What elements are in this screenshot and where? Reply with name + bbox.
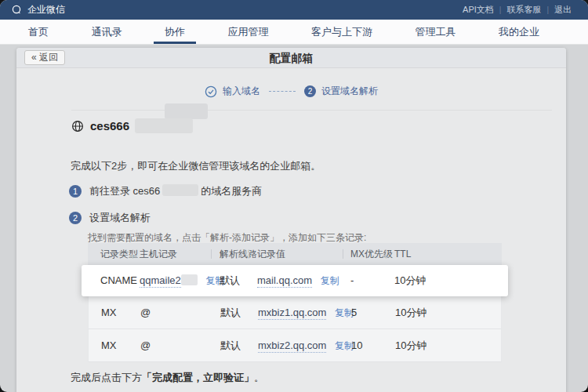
record-type: MX bbox=[101, 329, 117, 361]
record-value-cell: mxbiz2.qq.com 复制 bbox=[258, 329, 354, 362]
step1-text-before: 前往登录 ces66 bbox=[89, 185, 160, 197]
app-logo-text: 企业微信 bbox=[27, 3, 65, 16]
globe-icon bbox=[71, 119, 85, 133]
step2-title: 设置域名解析 bbox=[89, 211, 151, 225]
host-record-value: @ bbox=[140, 296, 151, 328]
step1-text: 前往登录 ces66的域名服务商 bbox=[89, 184, 262, 198]
instruction-step-2: 2 设置域名解析 bbox=[69, 211, 151, 225]
header-separator bbox=[343, 249, 343, 259]
completion-hint-text: 完成后点击下方 bbox=[71, 372, 142, 383]
mx-priority: - bbox=[350, 265, 354, 296]
intro-text: 完成以下2步，即可在企业微信管理该域名的企业邮箱。 bbox=[71, 159, 321, 173]
ttl-value: 10分钟 bbox=[394, 265, 426, 296]
record-value-cell: mail.qq.com 复制 bbox=[257, 265, 339, 296]
record-value[interactable]: mxbiz1.qq.com bbox=[258, 307, 326, 320]
config-mail-panel: « 返回 配置邮箱 输入域名 2 设置域名解析 bbox=[16, 48, 566, 392]
nav-tab-collaboration[interactable]: 协作 bbox=[154, 20, 196, 44]
header-separator bbox=[211, 249, 212, 259]
redacted-blur bbox=[162, 184, 198, 196]
redacted-blur bbox=[181, 274, 198, 285]
contact-support-link[interactable]: 联系客服 bbox=[501, 4, 546, 16]
step1-badge: 1 bbox=[69, 185, 82, 198]
api-docs-link[interactable]: API文档 bbox=[457, 4, 499, 16]
app-window: 企业微信 API文档 | 联系客服 | 退出 首页 通讯录 协作 应用管理 客户… bbox=[0, 0, 588, 392]
panel-header: « 返回 配置邮箱 bbox=[16, 48, 566, 68]
table-row-mx1: MX @ 默认 mxbiz1.qq.com 复制 5 10分钟 bbox=[88, 296, 502, 329]
record-value[interactable]: mxbiz2.qq.com bbox=[258, 339, 326, 353]
logout-link[interactable]: 退出 bbox=[549, 4, 577, 16]
nav-tab-contacts[interactable]: 通讯录 bbox=[81, 20, 133, 44]
host-record-value[interactable]: qqmaile2 bbox=[140, 274, 181, 288]
nav-tab-home[interactable]: 首页 bbox=[17, 20, 60, 44]
top-bar: 企业微信 API文档 | 联系客服 | 退出 bbox=[0, 0, 588, 20]
step2-label: 设置域名解析 bbox=[321, 85, 378, 98]
record-value-cell: mxbiz1.qq.com 复制 bbox=[258, 296, 354, 329]
record-type: MX bbox=[101, 296, 117, 328]
completion-hint: 完成后点击下方「完成配置，立即验证」。 bbox=[71, 371, 264, 385]
resolution-line: 默认 bbox=[220, 329, 241, 361]
record-type: CNAME bbox=[100, 265, 137, 296]
header-host-record: 主机记录 bbox=[140, 243, 177, 265]
completion-hint-bold: 「完成配置，立即验证」 bbox=[142, 372, 254, 383]
step1-check-icon bbox=[205, 85, 217, 98]
app-logo: 企业微信 bbox=[11, 3, 65, 16]
header-separator bbox=[132, 249, 133, 259]
step1-text-after: 的域名服务商 bbox=[201, 185, 262, 197]
header-separator bbox=[386, 249, 387, 259]
header-separator bbox=[249, 249, 249, 259]
main-nav: 首页 通讯录 协作 应用管理 客户与上下游 管理工具 我的企业 bbox=[0, 20, 588, 45]
header-record-value: 记录值 bbox=[257, 243, 285, 265]
domain-name: ces666 bbox=[90, 119, 129, 132]
topbar-links: API文档 | 联系客服 | 退出 bbox=[457, 4, 577, 16]
domain-heading: ces666 bbox=[71, 118, 193, 133]
nav-tab-my-company[interactable]: 我的企业 bbox=[488, 20, 550, 44]
redacted-blur bbox=[135, 118, 193, 133]
table-row-cname: CNAME qqmaile2 复制 默认 mail.qq.com 复制 - 10… bbox=[82, 265, 508, 296]
step2-number-badge: 2 bbox=[304, 85, 316, 97]
setup-stepper: 输入域名 2 设置域名解析 bbox=[16, 85, 566, 98]
host-record-value: @ bbox=[140, 329, 151, 361]
section-divider bbox=[71, 110, 552, 111]
header-line: 解析线路 bbox=[220, 243, 257, 265]
header-ttl: TTL bbox=[394, 243, 411, 265]
stepper-connector bbox=[269, 91, 296, 92]
nav-tab-app-management[interactable]: 应用管理 bbox=[217, 20, 280, 44]
step2-badge: 2 bbox=[69, 212, 82, 224]
mx-priority: 10 bbox=[351, 329, 362, 361]
mx-priority: 5 bbox=[351, 296, 357, 328]
resolution-line: 默认 bbox=[220, 265, 240, 296]
ttl-value: 10分钟 bbox=[395, 296, 426, 328]
dns-records-table: 记录类型 主机记录 解析线路 记录值 MX优先级 TTL CNAME qqmai… bbox=[88, 243, 502, 362]
table-row-mx2: MX @ 默认 mxbiz2.qq.com 复制 10 10分钟 bbox=[88, 329, 502, 362]
page-title: 配置邮箱 bbox=[16, 48, 566, 68]
host-record-cell: qqmaile2 复制 bbox=[140, 265, 224, 296]
redacted-blur bbox=[165, 103, 208, 119]
resolution-line: 默认 bbox=[220, 296, 241, 328]
table-header: 记录类型 主机记录 解析线路 记录值 MX优先级 TTL bbox=[88, 243, 502, 265]
ttl-value: 10分钟 bbox=[395, 329, 426, 361]
step1-label: 输入域名 bbox=[223, 85, 260, 98]
wecom-bubble-icon bbox=[11, 4, 23, 16]
copy-value-button[interactable]: 复制 bbox=[321, 275, 339, 286]
record-value[interactable]: mail.qq.com bbox=[257, 274, 312, 288]
nav-tab-admin-tools[interactable]: 管理工具 bbox=[405, 20, 467, 44]
completion-hint-end: 。 bbox=[254, 372, 264, 383]
back-button[interactable]: « 返回 bbox=[24, 50, 65, 65]
instruction-step-1: 1 前往登录 ces66的域名服务商 bbox=[69, 184, 262, 198]
nav-tab-customers[interactable]: 客户与上下游 bbox=[300, 20, 383, 44]
